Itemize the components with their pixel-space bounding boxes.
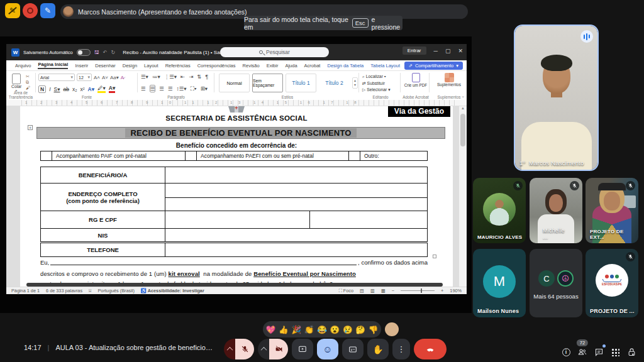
tab-referencias[interactable]: Referências (165, 63, 191, 69)
zoom-out-icon[interactable]: − (392, 288, 394, 293)
notes-button[interactable]: ✎ (40, 3, 55, 18)
find-button[interactable]: ⌕ Localizar ▾ (362, 74, 391, 80)
collapse-ribbon-icon[interactable]: ⌄ (461, 94, 465, 99)
bold-button[interactable]: N (38, 85, 46, 93)
style-titulo2[interactable]: Título 2 (319, 74, 350, 92)
tab-arquivo[interactable]: Arquivo (15, 63, 31, 69)
indent-icon[interactable]: ⇥ (189, 74, 193, 80)
zoom-slider[interactable] (401, 290, 435, 291)
text-effects-icon[interactable]: A▾ (88, 86, 94, 92)
captions-button[interactable] (342, 339, 364, 359)
borders-icon[interactable]: ⊞▾ (201, 85, 208, 92)
align-left-icon[interactable]: ☰ (141, 85, 146, 92)
reaction-party[interactable]: 🎉 (291, 325, 301, 334)
zoom-in-icon[interactable]: + (441, 288, 443, 293)
tab-design-da-tabela[interactable]: Design da Tabela (327, 63, 364, 69)
italic-button[interactable]: I (49, 86, 50, 92)
strikethrough-button[interactable]: ab (63, 86, 69, 92)
undo-icon[interactable]: ↶ (103, 50, 108, 55)
tab-pagina-inicial[interactable]: Página Inicial (38, 62, 68, 69)
read-mode-icon[interactable]: ▤ (360, 288, 364, 293)
style-sem-espacamento[interactable]: Sem Espaçamer (252, 74, 283, 92)
tab-desenhar[interactable]: Desenhar (95, 63, 116, 69)
raise-hand-button[interactable]: ✋ (367, 339, 389, 359)
underline-button[interactable]: S▾ (54, 86, 60, 92)
signin-button[interactable]: Entrar (402, 47, 426, 55)
mic-off-button[interactable] (235, 339, 254, 359)
reaction-think[interactable]: 🤔 (355, 325, 365, 334)
reaction-thumbs-down[interactable]: 👎 (369, 325, 379, 334)
shrink-font-icon[interactable]: A˅ (102, 75, 108, 80)
reaction-clap[interactable]: 👏 (304, 325, 314, 334)
font-name-select[interactable]: Arial▾ (38, 74, 75, 81)
clear-format-icon[interactable]: A̷ (121, 75, 124, 80)
tile-mauricio-alves[interactable]: MAURICIO ALVES (473, 178, 526, 243)
host-controls-button[interactable] (624, 344, 639, 359)
checkbox-cell[interactable] (349, 151, 360, 160)
value-nis[interactable] (165, 229, 427, 241)
sort-icon[interactable]: ⇅ (197, 74, 201, 80)
value-telefone[interactable] (165, 243, 427, 256)
replace-button[interactable]: ⇄ Substituir (362, 80, 391, 87)
tab-revisao[interactable]: Revisão (243, 63, 260, 69)
justify-icon[interactable]: ☰ (168, 85, 173, 92)
tab-acrobat[interactable]: Acrobat (304, 63, 321, 69)
zoom-level[interactable]: 190% (450, 288, 462, 293)
print-layout-icon[interactable]: ▥ (370, 288, 375, 293)
reaction-heart[interactable]: 💖 (266, 325, 276, 334)
minimize-icon[interactable]: ─ (434, 48, 438, 54)
tab-inserir[interactable]: Inserir (75, 63, 88, 69)
mic-options-chevron[interactable] (224, 339, 235, 359)
paste-button[interactable]: Colar ▾ (11, 74, 21, 92)
tile-mailson-nunes[interactable]: M Mailson Nunes (473, 249, 526, 317)
shading-icon[interactable]: ⛶▾ (191, 85, 197, 92)
addins-button[interactable]: Suplementos (431, 73, 467, 87)
record-button[interactable] (23, 3, 38, 18)
align-right-icon[interactable]: ☰ (159, 85, 164, 92)
scroll-up-icon[interactable]: ▲ (459, 106, 467, 110)
outdent-icon[interactable]: ⇤ (180, 74, 185, 80)
styles-more-icon[interactable]: ▴▾ (352, 77, 358, 89)
tab-design[interactable]: Design (123, 63, 137, 69)
redo-icon[interactable]: ↻ (111, 50, 116, 55)
document-area[interactable]: Via da Gestão SECRETARIA DE ASSISTÊNCIA … (6, 106, 459, 287)
tab-correspondencias[interactable]: Correspondências (197, 63, 236, 69)
page-count[interactable]: Página 1 de 1 (11, 288, 40, 293)
multilevel-list-icon[interactable]: ⋮☰▾ (164, 74, 177, 80)
close-icon[interactable]: ✕ (458, 48, 463, 54)
proofing-icon[interactable]: ⌸ (89, 288, 91, 293)
people-button[interactable]: 72 (575, 344, 590, 359)
tab-exibir[interactable]: Exibir (267, 63, 279, 69)
accessibility-status[interactable]: ♿ Acessibilidade: Investigar (141, 288, 204, 293)
select-button[interactable]: ▷ Selecionar ▾ (362, 87, 391, 94)
tile-michelle[interactable]: Michelle ... (530, 178, 582, 243)
annotations-hidden-button[interactable]: ✎ (5, 3, 20, 18)
camera-off-button[interactable] (269, 339, 288, 359)
checkbox-cell[interactable] (186, 151, 197, 160)
language-status[interactable]: Português (Brasil) (97, 288, 134, 293)
skin-tone-selector[interactable] (385, 322, 399, 336)
reaction-thumbs-up[interactable]: 👍 (279, 325, 289, 334)
number-list-icon[interactable]: ≔▾ (152, 74, 160, 80)
web-layout-icon[interactable]: ▦ (381, 288, 386, 293)
tile-projeto-ext[interactable]: PROJETO DE EXT... (586, 178, 638, 243)
change-case-icon[interactable]: Aa▾ (110, 75, 119, 80)
pilcrow-icon[interactable]: ¶ (205, 74, 208, 80)
font-color-button[interactable]: A▾ (109, 85, 115, 93)
highlight-button[interactable]: 🖉▾ (97, 85, 106, 93)
superscript-button[interactable]: x² (80, 86, 84, 92)
tab-tabela-layout[interactable]: Tabela Layout (370, 63, 400, 69)
line-spacing-icon[interactable]: ↕☰▾ (177, 85, 187, 92)
info-button[interactable]: i (558, 344, 574, 359)
value-beneficiario[interactable] (165, 167, 427, 183)
tab-layout[interactable]: Layout (144, 63, 158, 69)
grow-font-icon[interactable]: A˄ (94, 75, 100, 80)
autosave-toggle[interactable] (77, 49, 91, 56)
scrollbar-thumb[interactable] (460, 114, 465, 146)
style-titulo1[interactable]: Título 1 (286, 74, 316, 92)
restore-icon[interactable]: ▢ (445, 48, 451, 54)
word-count[interactable]: 6 de 333 palavras (46, 288, 82, 293)
style-normal[interactable]: Normal (219, 74, 250, 92)
reaction-cry[interactable]: 😢 (343, 325, 353, 334)
chat-button[interactable] (591, 344, 606, 359)
